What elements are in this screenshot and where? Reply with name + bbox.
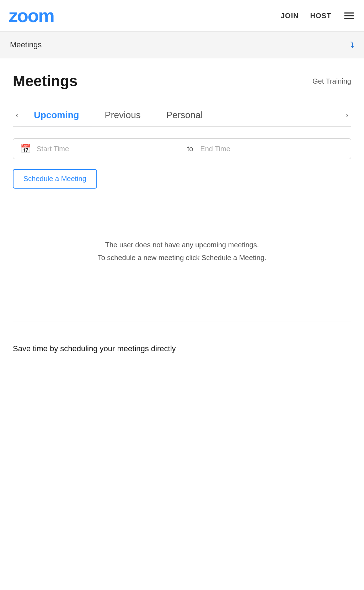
empty-state-line2: To schedule a new meeting click Schedule… (98, 254, 267, 262)
tab-personal[interactable]: Personal (154, 104, 216, 126)
calendar-icon: 📅 (20, 144, 31, 154)
tab-nav-left-button[interactable]: ‹ (13, 111, 21, 120)
header-actions: JOIN HOST (281, 11, 355, 21)
tabs-list: Upcoming Previous Personal (21, 104, 343, 126)
empty-state-line1: The user does not have any upcoming meet… (105, 241, 259, 249)
page-title: Meetings (13, 73, 77, 90)
main-content: Meetings Get Training ‹ Upcoming Previou… (0, 58, 364, 307)
end-time-field[interactable]: End Time (200, 145, 344, 153)
get-training-link[interactable]: Get Training (312, 77, 351, 85)
tab-nav-right-button[interactable]: › (343, 111, 351, 120)
tab-previous[interactable]: Previous (92, 104, 153, 126)
footer-text: Save time by scheduling your meetings di… (13, 343, 351, 354)
zoom-logo: zoom (9, 6, 54, 25)
empty-state: The user does not have any upcoming meet… (13, 210, 351, 293)
footer-content: Save time by scheduling your meetings di… (0, 336, 364, 362)
page-header: Meetings Get Training (13, 73, 351, 90)
join-button[interactable]: JOIN (281, 12, 299, 20)
meetings-dropdown-bar[interactable]: Meetings ⤵︎ (0, 32, 364, 58)
menu-button[interactable] (343, 11, 355, 21)
chevron-down-icon: ⤵︎ (350, 40, 354, 49)
hamburger-line-2 (344, 15, 354, 16)
meetings-bar-label: Meetings (10, 40, 42, 49)
header: zoom JOIN HOST (0, 0, 364, 32)
hamburger-line-3 (344, 18, 354, 19)
empty-state-text: The user does not have any upcoming meet… (27, 238, 337, 264)
hamburger-line-1 (344, 12, 354, 14)
host-button[interactable]: HOST (310, 12, 331, 20)
start-time-field[interactable]: Start Time (37, 145, 180, 153)
date-separator: to (187, 145, 193, 153)
schedule-meeting-button[interactable]: Schedule a Meeting (13, 169, 97, 189)
tabs-container: ‹ Upcoming Previous Personal › (13, 104, 351, 127)
section-divider (13, 321, 351, 321)
date-filter[interactable]: 📅 Start Time to End Time (13, 138, 351, 159)
tab-upcoming[interactable]: Upcoming (21, 104, 92, 126)
